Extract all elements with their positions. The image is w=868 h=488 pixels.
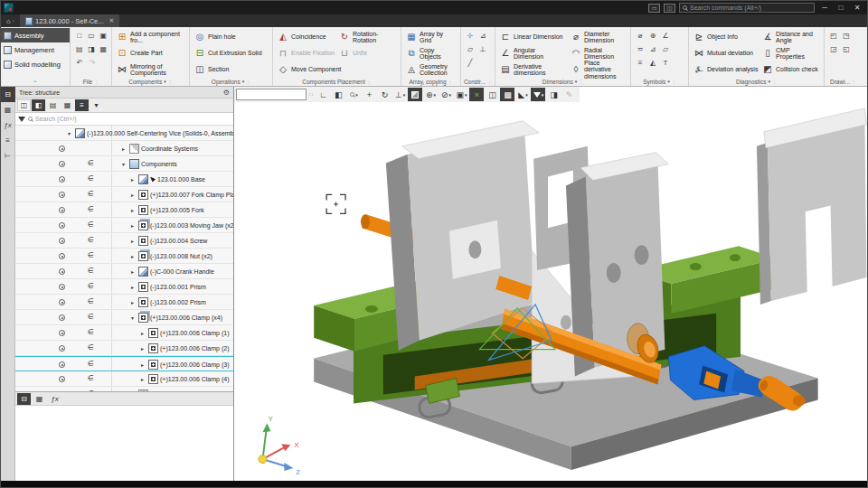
hide-elements-button[interactable]: ⊘▾ (439, 88, 453, 101)
copy-objects-button[interactable]: ⧉Copy Objects (404, 45, 458, 61)
minimize-button[interactable]: ─ (818, 4, 831, 12)
expand-caret-icon[interactable] (122, 161, 127, 167)
section-button[interactable]: ◫Section (193, 61, 270, 78)
gear-icon[interactable]: ⚙ (223, 89, 230, 97)
element-membership-icon[interactable]: ∈ (88, 374, 94, 382)
expand-caret-icon[interactable] (131, 207, 137, 213)
tree-relations-button[interactable]: ▤ (46, 99, 60, 111)
new-file-button[interactable]: □ (73, 29, 85, 42)
element-membership-icon[interactable]: ∈ (88, 174, 94, 183)
lcs-button[interactable]: ∟ (316, 88, 330, 101)
app-logo-icon[interactable] (4, 3, 14, 13)
diagram-panel-button[interactable]: ▦ (1, 102, 15, 117)
close-button[interactable]: ✕ (851, 4, 863, 12)
visibility-eye-icon[interactable] (59, 161, 65, 167)
tree-item-label[interactable]: (-)123.00.003 Moving Jaw (x2) (150, 222, 233, 229)
3d-viewport[interactable]: Y X Z ∷ ∟ ◧ ▾ + ↻ ⊥▾ ⊛▾ ⊘▾ ▣▾ × ◫ ▩ ◣▾ ▾… (234, 87, 867, 481)
bottom-tab-table[interactable]: ▦ (33, 393, 46, 405)
tree-flat-view-button[interactable]: ◧ (32, 99, 45, 111)
linear-dimension-button[interactable]: ⊏Linear Dimension (498, 29, 569, 45)
roughness-symbol-button[interactable]: ⌀ (634, 29, 646, 42)
tree-row[interactable]: ∈ (-)123.00.003 Moving Jaw (x2) (15, 218, 233, 233)
tree-row[interactable]: ∈ (+)123.00.006 Clamp (3) (15, 356, 233, 371)
expand-caret-icon[interactable] (68, 130, 73, 136)
tree-item-label[interactable]: Coordinate Systems (141, 145, 198, 152)
tab-close-icon[interactable]: ✕ (109, 17, 115, 24)
drawing-section-button[interactable]: ◲ (827, 42, 840, 56)
edit-sketch-button[interactable]: ✎ (561, 88, 576, 101)
save-as-button[interactable]: ▦ (98, 42, 109, 56)
construction-lcs-button[interactable]: ⊥ (476, 42, 489, 56)
expand-caret-icon[interactable] (131, 299, 137, 305)
render-mode-button[interactable]: ⊛▾ (423, 88, 438, 101)
tree-row[interactable]: ∈ (+)123.00.006 Clamp (1) (15, 325, 233, 341)
leader-symbol-button[interactable]: ▱ (659, 42, 672, 56)
marker-symbol-button[interactable]: ◭ (646, 56, 659, 70)
view-orientation-button[interactable]: ◧ (331, 88, 345, 101)
angular-dimension-button[interactable]: ∠Angular Dimension (498, 45, 569, 61)
create-part-button[interactable]: ⊡Create Part (115, 45, 187, 61)
visibility-eye-icon[interactable] (59, 299, 65, 305)
expand-caret-icon[interactable] (131, 284, 137, 290)
tree-item-label[interactable]: (+)123.00.006 Clamp (3) (160, 361, 229, 368)
element-membership-icon[interactable]: ∈ (88, 159, 94, 167)
section-view-button[interactable]: ◨ (546, 88, 561, 101)
diameter-dimension-button[interactable]: ⌀Diameter Dimension (569, 29, 628, 45)
fork-clamp-plate-part[interactable] (757, 108, 866, 305)
element-membership-icon[interactable]: ∈ (88, 267, 94, 275)
ribbon-tab-solid-modelling[interactable]: Solid modelling (1, 57, 70, 71)
variables-panel-button[interactable]: ƒx (1, 117, 15, 133)
expand-caret-icon[interactable] (131, 222, 137, 229)
save-button[interactable]: ▣ (98, 29, 109, 42)
expand-caret-icon[interactable] (131, 192, 137, 198)
collision-check-button[interactable]: ◩Collision check (760, 61, 822, 78)
drawing-view-button[interactable]: ◰ (827, 29, 840, 42)
tree-row[interactable]: ∈ 123.01.000 Base (15, 172, 233, 187)
tree-item-label[interactable]: 123.01.000 Base (157, 176, 205, 183)
object-info-button[interactable]: ⊵Object Info (692, 29, 760, 45)
element-membership-icon[interactable]: ∈ (88, 313, 94, 321)
tree-search-input[interactable]: Search (Ctrl+/) (15, 113, 233, 126)
ribbon-tab-assembly[interactable]: Assembly (1, 28, 70, 42)
expand-caret-icon[interactable] (131, 314, 137, 321)
tree-item-label[interactable]: (-)123.00.001 Prism (150, 284, 206, 290)
tolerance-symbol-button[interactable]: ≂ (634, 42, 646, 56)
array-by-grid-button[interactable]: ▦Array by Grid (404, 29, 458, 45)
rotation-rotation-button[interactable]: ↻Rotation-Rotation (337, 29, 397, 45)
open-file-button[interactable]: ▭ (85, 29, 97, 42)
ribbon-tab-management[interactable]: Management (1, 42, 70, 57)
tree-item-label[interactable]: (-)123.00.002 Prism (150, 299, 206, 305)
fragment-mode-button[interactable]: ▩ (500, 88, 514, 101)
visibility-eye-icon[interactable] (59, 176, 65, 183)
zoom-button[interactable]: ▾ (346, 88, 361, 101)
visibility-eye-icon[interactable] (59, 314, 65, 321)
element-membership-icon[interactable]: ∈ (88, 221, 94, 229)
move-component-button[interactable]: ◇Move Component (276, 61, 399, 78)
axes-mode-button[interactable]: ⊥▾ (392, 88, 407, 101)
element-membership-icon[interactable]: ∈ (88, 297, 94, 305)
element-membership-icon[interactable]: ∈ (88, 236, 94, 244)
tree-row[interactable]: ∈ (-)C-000 Crank Handle (15, 264, 233, 279)
clip-button[interactable]: × (469, 88, 484, 101)
deviation-analysis-button[interactable]: ⍼Deviation analysis (692, 61, 760, 78)
visibility-eye-icon[interactable] (59, 145, 65, 152)
undo-button[interactable]: ↶ (73, 56, 86, 70)
element-membership-icon[interactable]: ∈ (88, 251, 94, 259)
construction-plane-button[interactable]: ▱ (464, 42, 476, 56)
tree-structure-view-button[interactable]: ◫ (17, 99, 31, 111)
mutual-deviation-button[interactable]: ⋈Mutual deviation (692, 45, 760, 61)
iso-view-button[interactable] (408, 88, 422, 101)
visibility-eye-icon[interactable] (59, 238, 65, 244)
datum-symbol-button[interactable]: ⊿ (646, 42, 659, 56)
reference-field[interactable] (236, 89, 307, 100)
unfix-button[interactable]: ⊔Unfix (337, 45, 397, 61)
mirroring-components-button[interactable]: ⋈Mirroring of Components (115, 61, 187, 78)
section-symbol-button[interactable]: ≡ (634, 56, 646, 70)
tree-row[interactable]: ∈ (+)123.00.006 Clamp (x4) (15, 310, 233, 325)
tree-row[interactable]: ∈ (-)123.00.000 Self-Centering Vice (Sol… (15, 126, 233, 141)
drawing-projection-button[interactable]: ◳ (840, 29, 853, 42)
expand-caret-icon[interactable] (141, 330, 146, 336)
visibility-eye-icon[interactable] (59, 284, 65, 290)
visibility-eye-icon[interactable] (59, 268, 65, 275)
expand-caret-icon[interactable] (131, 176, 137, 183)
